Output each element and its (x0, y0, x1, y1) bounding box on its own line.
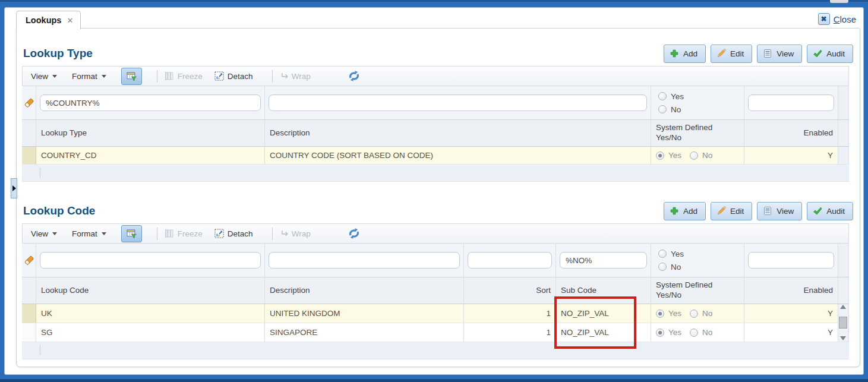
col-enabled: Enabled (744, 120, 838, 147)
lookup-type-toolbar: View Format Freeze Detach ↵ Wrap (22, 66, 849, 86)
filter-cell (36, 86, 265, 120)
format-menu[interactable]: Format (72, 229, 106, 238)
radio-no[interactable] (690, 329, 698, 337)
pencil-icon (717, 206, 726, 216)
eraser-icon (23, 97, 35, 109)
col-sort: Sort (464, 277, 556, 304)
vertical-scrollbar[interactable] (838, 305, 848, 340)
view-button[interactable]: View (757, 45, 802, 63)
chevron-down-icon (102, 75, 106, 80)
eraser-icon (23, 254, 35, 266)
add-button[interactable]: Add (664, 202, 706, 220)
cell-system-defined: Yes No (651, 147, 744, 165)
refresh-button[interactable] (348, 70, 361, 82)
enabled-filter-input[interactable] (748, 94, 834, 111)
col-description: Description (265, 277, 464, 304)
system-defined-filter-cell: Yes No (651, 86, 744, 120)
cell-system-defined: Yes No (651, 304, 744, 323)
radio-no[interactable] (658, 263, 667, 271)
scroll-down-arrow-icon[interactable] (840, 336, 846, 340)
refresh-icon (348, 70, 361, 82)
query-by-example-toggle[interactable] (121, 225, 142, 242)
table-filter-icon (127, 71, 137, 81)
chevron-down-icon (52, 232, 57, 238)
radio-no[interactable] (690, 151, 698, 160)
row-selector[interactable] (22, 304, 36, 323)
radio-yes-selected[interactable] (656, 310, 664, 318)
filler-cell (838, 147, 849, 165)
radio-yes-selected[interactable] (656, 151, 664, 160)
wrap-button: ↵ Wrap (280, 70, 311, 83)
lookup-type-title: Lookup Type (23, 47, 93, 60)
add-button[interactable]: Add (664, 45, 706, 63)
plus-icon (670, 49, 679, 58)
tab-close-icon[interactable]: ✕ (67, 17, 73, 24)
filler-cell (838, 86, 849, 120)
toolbar-separator (272, 228, 273, 240)
freeze-columns-icon (165, 229, 174, 238)
query-by-example-toggle[interactable] (121, 68, 142, 85)
lookup-type-filter-input[interactable] (40, 94, 261, 111)
tab-lookups[interactable]: Lookups ✕ (16, 11, 81, 29)
lookup-code-toolbar: View Format Freeze Detach ↵ Wrap (22, 223, 849, 244)
refresh-icon (348, 228, 361, 239)
table-footer (22, 342, 849, 359)
filler-cell (838, 277, 849, 304)
wrap-icon: ↵ (280, 228, 288, 240)
detach-button[interactable]: Detach (214, 71, 253, 81)
filter-cell (556, 244, 651, 277)
view-button[interactable]: View (757, 202, 802, 220)
radio-no[interactable] (658, 105, 667, 113)
audit-button[interactable]: Audit (807, 45, 853, 63)
lookup-code-header-row: Lookup Code Add Edit View (23, 201, 853, 221)
tab-title: Lookups (26, 15, 61, 25)
chevron-down-icon (52, 75, 57, 80)
description-filter-input[interactable] (269, 252, 460, 269)
sort-filter-input[interactable] (468, 252, 552, 269)
radio-yes[interactable] (658, 92, 667, 100)
detach-icon (214, 71, 224, 81)
filter-cell (744, 244, 838, 277)
close-icon[interactable]: ✖ (818, 13, 830, 25)
radio-yes[interactable] (658, 250, 667, 258)
format-menu[interactable]: Format (72, 72, 106, 81)
lookup-code-table: Yes No Lookup Code Description Sort Sub … (22, 244, 849, 359)
cell-lookup-code[interactable]: UK (36, 304, 265, 323)
wrap-button: ↵ Wrap (280, 228, 311, 240)
enabled-filter-input[interactable] (748, 252, 834, 269)
cell-sub-code: NO_ZIP_VAL (556, 323, 651, 342)
wrap-icon: ↵ (280, 70, 288, 83)
row-selector[interactable] (22, 323, 36, 342)
cell-enabled: Y (744, 147, 838, 165)
row-selector[interactable] (22, 147, 36, 165)
filter-cell (36, 244, 265, 277)
description-filter-input[interactable] (269, 94, 647, 111)
refresh-button[interactable] (348, 228, 361, 239)
edit-button[interactable]: Edit (711, 202, 752, 220)
freeze-button: Freeze (165, 229, 203, 238)
cell-description[interactable]: SINGAPORE (265, 323, 464, 342)
close-button[interactable]: ✖ Close (818, 13, 856, 25)
audit-button[interactable]: Audit (807, 202, 853, 220)
chevron-down-icon (102, 232, 106, 238)
view-menu[interactable]: View (31, 72, 57, 81)
cell-description[interactable]: UNITED KINGDOM (265, 304, 464, 323)
col-lookup-code: Lookup Code (36, 277, 265, 304)
scroll-up-arrow-icon[interactable] (840, 305, 846, 309)
radio-no[interactable] (690, 310, 698, 318)
lookup-code-filter-input[interactable] (40, 252, 261, 269)
detach-button[interactable]: Detach (214, 229, 253, 238)
cell-lookup-type[interactable]: COUNTRY_CD (36, 147, 265, 165)
row-header-cell (22, 277, 36, 304)
filter-cell (265, 244, 464, 277)
edit-button[interactable]: Edit (711, 45, 752, 63)
sub-code-filter-input[interactable] (560, 252, 647, 269)
cell-lookup-code[interactable]: SG (36, 323, 265, 342)
radio-yes-selected[interactable] (656, 329, 664, 337)
window-frame-bottom (0, 379, 868, 382)
cell-description[interactable]: COUNTRY CODE (SORT BASED ON CODE) (265, 147, 651, 165)
view-menu[interactable]: View (31, 229, 57, 238)
scrollbar-thumb[interactable] (839, 317, 847, 329)
filter-cell (265, 86, 651, 120)
panel-splitter-handle[interactable] (11, 178, 17, 198)
